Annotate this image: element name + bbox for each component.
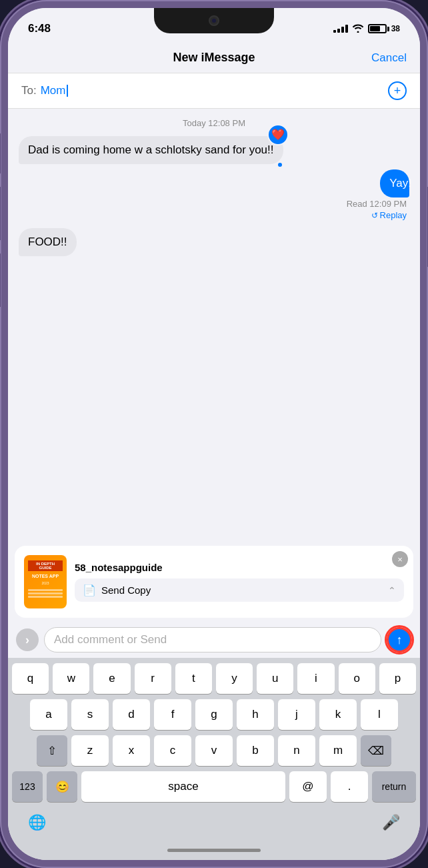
key-o[interactable]: o — [339, 663, 375, 694]
key-a[interactable]: a — [30, 699, 67, 730]
volume-down-button[interactable] — [0, 254, 1, 307]
cancel-button[interactable]: Cancel — [371, 51, 407, 65]
key-u[interactable]: u — [257, 663, 293, 694]
share-thumbnail: IN DEPTH GUIDE NOTES APP 2023 — [24, 555, 67, 608]
input-bar: › Add comment or Send ↑ — [8, 622, 420, 658]
key-b[interactable]: b — [237, 735, 274, 766]
message-input-field[interactable]: Add comment or Send — [44, 627, 381, 653]
key-n[interactable]: n — [278, 735, 315, 766]
volume-up-button[interactable] — [0, 187, 1, 240]
message-row: Yay! — [369, 169, 409, 197]
notch — [154, 8, 274, 33]
key-z[interactable]: z — [71, 735, 109, 766]
bottom-bar: 🌐 🎤 — [8, 810, 420, 845]
key-t[interactable]: t — [175, 663, 212, 694]
replay-button[interactable]: ↺ Replay — [371, 210, 409, 220]
chevron-right-icon: › — [25, 633, 29, 647]
timestamp: Today 12:08 PM — [19, 118, 409, 128]
globe-icon[interactable]: 🌐 — [28, 814, 46, 831]
keyboard-row-3: ⇧ z x c v b n m ⌫ — [12, 735, 416, 766]
key-h[interactable]: h — [237, 699, 274, 730]
home-indicator — [167, 849, 261, 852]
nav-title: New iMessage — [173, 51, 255, 65]
nav-bar: New iMessage Cancel — [8, 44, 420, 73]
wifi-icon — [352, 23, 364, 35]
share-info: 58_notesappguide 📄 Send Copy ⌃ — [75, 562, 404, 602]
to-field[interactable]: To: Mom + — [8, 73, 420, 109]
key-d[interactable]: d — [113, 699, 150, 730]
received-bubble: FOOD!! — [19, 228, 77, 256]
space-key[interactable]: space — [81, 771, 285, 802]
share-card-content: IN DEPTH GUIDE NOTES APP 2023 58_notesap… — [24, 555, 404, 608]
mute-button[interactable] — [0, 133, 1, 173]
at-key[interactable]: @ — [289, 771, 327, 802]
key-q[interactable]: q — [12, 663, 49, 694]
key-m[interactable]: m — [319, 735, 357, 766]
key-k[interactable]: k — [319, 699, 357, 730]
received-bubble: Dad is coming home w a schlotsky sand fo… — [19, 136, 283, 164]
return-key[interactable]: return — [372, 771, 416, 802]
text-cursor — [67, 85, 68, 97]
keyboard-row-2: a s d f g h j k l — [12, 699, 416, 730]
status-icons: 38 — [333, 23, 400, 35]
messages-area: Today 12:08 PM Dad is coming home w a sc… — [8, 109, 420, 542]
share-close-button[interactable]: × — [392, 551, 408, 567]
mic-icon[interactable]: 🎤 — [382, 814, 400, 831]
numbers-key[interactable]: 123 — [12, 771, 43, 802]
emoji-key[interactable]: 😊 — [47, 771, 77, 802]
key-s[interactable]: s — [71, 699, 109, 730]
send-arrow-icon: ↑ — [397, 634, 403, 646]
chevron-icon: ⌃ — [388, 585, 396, 596]
period-key[interactable]: . — [331, 771, 368, 802]
thumbnail-year: 2023 — [41, 581, 49, 585]
shift-key[interactable]: ⇧ — [37, 735, 67, 766]
signal-strength-icon — [333, 25, 348, 33]
key-p[interactable]: p — [379, 663, 416, 694]
delete-key[interactable]: ⌫ — [361, 735, 391, 766]
key-y[interactable]: y — [216, 663, 253, 694]
to-label: To: — [21, 84, 37, 97]
thumbnail-title: NOTES APP — [32, 574, 59, 579]
expand-button[interactable]: › — [16, 628, 39, 651]
share-action-row[interactable]: 📄 Send Copy ⌃ — [75, 578, 404, 602]
send-button[interactable]: ↑ — [387, 627, 412, 653]
sent-message-group: Yay! Read 12:09 PM ↺ Replay — [19, 169, 409, 220]
key-v[interactable]: v — [195, 735, 233, 766]
keyboard: q w e r t y u i o p a s d f g h j k — [8, 658, 420, 810]
key-g[interactable]: g — [195, 699, 233, 730]
phone-frame: 6:48 — [0, 0, 428, 868]
key-w[interactable]: w — [53, 663, 89, 694]
key-r[interactable]: r — [135, 663, 171, 694]
key-x[interactable]: x — [113, 735, 150, 766]
reaction-dot — [277, 161, 283, 168]
share-card: IN DEPTH GUIDE NOTES APP 2023 58_notesap… — [15, 546, 413, 618]
status-time: 6:48 — [28, 22, 51, 35]
document-icon: 📄 — [83, 584, 96, 596]
key-e[interactable]: e — [93, 663, 130, 694]
read-receipt: Read 12:09 PM — [347, 199, 409, 209]
key-j[interactable]: j — [278, 699, 315, 730]
to-contact-value: Mom — [41, 84, 66, 97]
sent-bubble: Yay! — [380, 169, 409, 197]
share-filename: 58_notesappguide — [75, 562, 404, 573]
keyboard-row-4: 123 😊 space @ . return — [12, 771, 416, 802]
reaction-emoji: ❤️ — [267, 124, 289, 145]
keyboard-row-1: q w e r t y u i o p — [12, 663, 416, 694]
message-row: Dad is coming home w a schlotsky sand fo… — [19, 136, 409, 164]
message-row: FOOD!! — [19, 228, 409, 256]
home-indicator-area — [8, 845, 420, 860]
key-f[interactable]: f — [154, 699, 191, 730]
key-i[interactable]: i — [297, 663, 334, 694]
send-copy-label: Send Copy — [101, 584, 383, 596]
key-l[interactable]: l — [361, 699, 398, 730]
front-camera — [209, 15, 219, 26]
battery-icon: 38 — [368, 24, 400, 33]
phone-screen: 6:48 — [8, 8, 420, 860]
key-c[interactable]: c — [154, 735, 191, 766]
add-recipient-button[interactable]: + — [388, 81, 407, 100]
